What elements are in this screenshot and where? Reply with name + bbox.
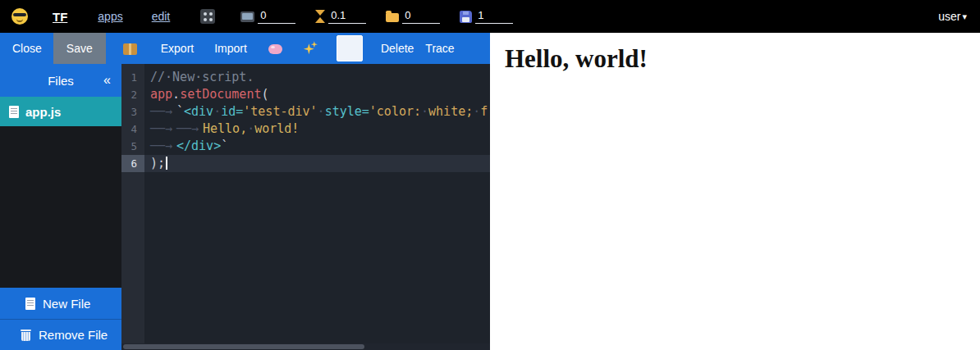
user-menu-label: user: [938, 10, 960, 23]
collapse-sidebar-icon[interactable]: «: [103, 73, 111, 88]
code-line[interactable]: 5──→</div>`: [121, 138, 490, 155]
line-number: 2: [121, 86, 144, 103]
export-button[interactable]: Export: [161, 42, 194, 55]
line-number: 1: [121, 69, 144, 86]
file-name: app.js: [25, 105, 61, 119]
stat-value[interactable]: 0: [258, 9, 295, 24]
files-header: Files «: [0, 64, 121, 97]
line-number: 3: [121, 103, 144, 120]
disk-counter[interactable]: 1: [460, 9, 513, 24]
home-link[interactable]: TF: [53, 10, 67, 24]
monitor-counter[interactable]: 0: [240, 9, 295, 24]
blank-button[interactable]: [337, 35, 363, 61]
import-button[interactable]: Import: [214, 42, 247, 55]
delete-button[interactable]: Delete: [381, 42, 414, 55]
remove-file-button[interactable]: Remove File: [0, 319, 121, 350]
apps-link[interactable]: apps: [98, 10, 122, 23]
folder-counter[interactable]: 0: [386, 9, 440, 24]
code-line[interactable]: 4──→──→Hello,·world!: [121, 120, 490, 138]
line-number: 5: [121, 138, 144, 155]
files-sidebar: Files « app.js New File Remove File: [0, 64, 121, 350]
code-line[interactable]: 6);: [121, 155, 490, 172]
floppy-disk-icon: [460, 11, 472, 23]
status-counters: 00.101: [221, 9, 513, 24]
trash-icon: [21, 329, 31, 341]
close-button[interactable]: Close: [12, 42, 42, 55]
horizontal-scrollbar[interactable]: [121, 343, 490, 350]
preview-pane: Hello, world!: [490, 33, 980, 350]
soap-icon: [268, 44, 282, 54]
sparkles-icon: [304, 41, 318, 56]
caret-down-icon: ▾: [962, 11, 967, 22]
preview-heading: Hello, world!: [505, 44, 980, 74]
stat-value[interactable]: 0: [402, 9, 440, 24]
line-number: 6: [121, 155, 144, 172]
clean-button[interactable]: [268, 42, 282, 55]
code-line[interactable]: 3──→`<div·id='test-div'·style='color:·wh…: [121, 103, 490, 120]
code-line[interactable]: 2app.setDocument(: [121, 86, 490, 103]
user-menu[interactable]: user ▾: [938, 10, 967, 23]
trace-button[interactable]: Trace: [425, 42, 454, 55]
stat-value[interactable]: 0.1: [328, 9, 366, 24]
code-line[interactable]: 1//·New·script.: [121, 69, 490, 86]
remove-file-label: Remove File: [39, 328, 108, 342]
new-file-button[interactable]: New File: [0, 288, 121, 319]
folder-icon: [386, 13, 399, 22]
file-item[interactable]: app.js: [0, 97, 121, 126]
timer-counter[interactable]: 0.1: [315, 9, 366, 24]
package-button[interactable]: [123, 42, 137, 55]
stat-value[interactable]: 1: [475, 9, 513, 24]
sunglasses-logo-icon[interactable]: [11, 8, 28, 25]
document-icon: [9, 106, 19, 118]
control-knobs-icon[interactable]: [200, 9, 215, 24]
file-list: app.js: [0, 97, 121, 126]
package-icon: [123, 43, 137, 55]
hourglass-icon: [315, 10, 325, 23]
sidebar-filler: [0, 126, 121, 288]
monitor-icon: [240, 11, 254, 22]
save-button[interactable]: Save: [53, 33, 106, 64]
new-file-label: New File: [43, 297, 90, 311]
new-document-icon: [25, 298, 35, 310]
scrollbar-thumb[interactable]: [123, 344, 364, 349]
code-editor: 1//·New·script.2app.setDocument(3──→`<di…: [121, 64, 490, 350]
topbar: TF apps edit 00.101 user ▾: [0, 0, 980, 33]
code-lines[interactable]: 1//·New·script.2app.setDocument(3──→`<di…: [121, 64, 490, 172]
edit-link[interactable]: edit: [152, 10, 171, 23]
editor-toolbar: Close Save Export Import Delete Trace: [0, 33, 490, 64]
sparkles-button[interactable]: [304, 41, 318, 56]
files-header-title: Files: [48, 74, 74, 88]
text-cursor: [166, 157, 167, 170]
line-number: 4: [121, 120, 144, 138]
